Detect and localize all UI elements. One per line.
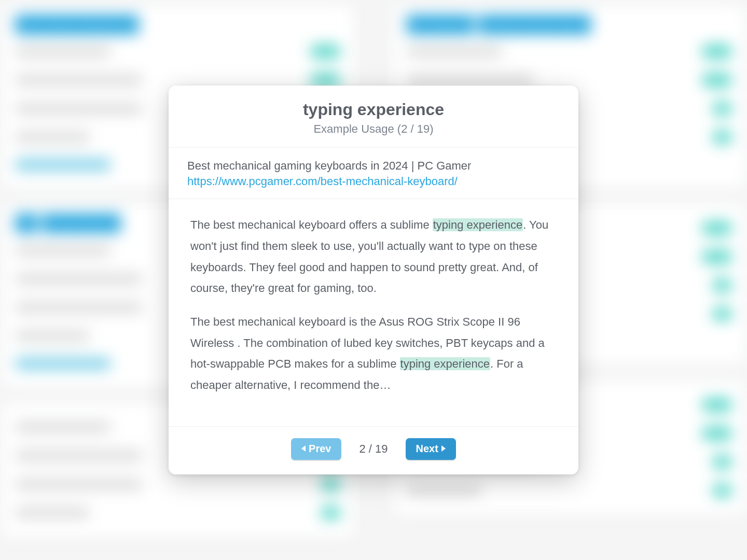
next-button-label: Next (416, 443, 438, 455)
prev-button[interactable]: Prev (291, 438, 341, 460)
modal-subtitle: Example Usage (2 / 19) (181, 122, 566, 136)
source-title: Best mechanical gaming keyboards in 2024… (187, 159, 560, 173)
source-block: Best mechanical gaming keyboards in 2024… (169, 148, 578, 199)
chevron-right-icon (441, 445, 446, 452)
text: The best mechanical keyboard offers a su… (190, 218, 433, 231)
modal-title: typing experience (181, 100, 566, 119)
highlight-term: typing experience (400, 357, 490, 370)
example-paragraph-2: The best mechanical keyboard is the Asus… (190, 312, 558, 396)
modal-overlay: typing experience Example Usage (2 / 19)… (0, 0, 747, 560)
example-body: The best mechanical keyboard offers a su… (169, 199, 578, 426)
prev-button-label: Prev (309, 443, 331, 455)
page-indicator: 2 / 19 (359, 442, 388, 456)
example-usage-modal: typing experience Example Usage (2 / 19)… (169, 86, 578, 474)
chevron-left-icon (301, 445, 306, 452)
highlight-term: typing experience (433, 218, 523, 231)
modal-footer: Prev 2 / 19 Next (169, 426, 578, 474)
next-button[interactable]: Next (406, 438, 456, 460)
modal-header: typing experience Example Usage (2 / 19) (169, 86, 578, 148)
source-url-link[interactable]: https://www.pcgamer.com/best-mechanical-… (187, 175, 458, 188)
example-paragraph-1: The best mechanical keyboard offers a su… (190, 215, 558, 299)
